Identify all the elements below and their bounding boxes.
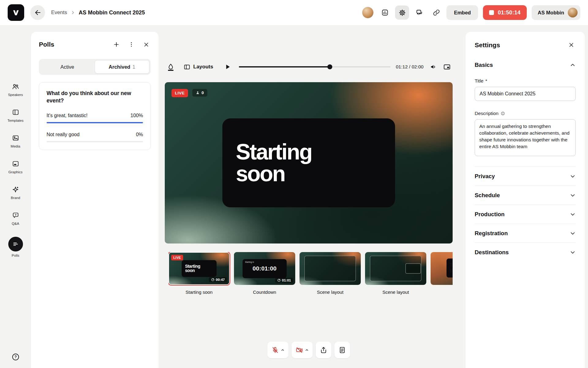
section-production[interactable]: Production (475, 205, 576, 224)
settings-panel-header: Settings (475, 40, 576, 49)
settings-sections: Privacy Schedule Production Registration… (475, 167, 576, 262)
settings-title: Settings (475, 41, 500, 49)
scene-thumbnail[interactable]: Ta sh (431, 252, 453, 285)
section-destinations[interactable]: Destinations (475, 243, 576, 262)
back-button[interactable] (30, 5, 45, 20)
tab-archived[interactable]: Archived 1 (95, 60, 150, 74)
pip-button[interactable] (441, 61, 453, 73)
scene-layout-2[interactable]: Scene layout (365, 252, 426, 304)
player-toolbar: Layouts 01:12 / 02:00 (165, 59, 453, 74)
brand-icon (12, 185, 19, 194)
scenes-strip: Starting soon LIVE 00:47 Starting soon S… (168, 252, 453, 304)
viewer-person-icon (196, 91, 200, 95)
chevron-down-icon (570, 249, 576, 255)
event-description-input[interactable]: An annual gathering to strengthen collab… (475, 119, 576, 156)
scene-thumbnail[interactable]: Starting in 00:01:00 01:01 (234, 252, 295, 285)
presence-avatar[interactable] (362, 7, 374, 18)
vimeo-v-icon (11, 8, 21, 17)
scene-mini-text: Ta (450, 263, 453, 268)
scene-starting-soon[interactable]: Starting soon LIVE 00:47 Starting soon (168, 252, 230, 304)
background-fill-button[interactable] (165, 61, 177, 73)
templates-icon (12, 108, 19, 117)
polls-icon (8, 237, 23, 251)
sidebar-item-media[interactable]: Media (0, 134, 31, 148)
section-registration[interactable]: Registration (475, 224, 576, 243)
notes-button[interactable] (334, 342, 350, 358)
layouts-button[interactable]: Layouts (182, 62, 215, 72)
settings-button[interactable] (395, 6, 409, 20)
embed-button[interactable]: Embed (447, 5, 478, 20)
account-menu-button[interactable]: AS Mobbin (532, 5, 580, 20)
chevron-up-icon (281, 348, 285, 352)
help-button[interactable]: ? (0, 353, 31, 361)
tab-active[interactable]: Active (40, 60, 95, 74)
section-label: Production (475, 211, 505, 218)
seek-handle[interactable] (327, 64, 332, 69)
media-icon (12, 134, 19, 142)
settings-close-button[interactable] (567, 40, 576, 49)
info-icon[interactable] (500, 111, 505, 116)
poll-option-percent: 0% (136, 132, 143, 137)
analytics-button[interactable] (378, 6, 392, 20)
share-link-button[interactable] (429, 6, 443, 20)
add-poll-button[interactable] (112, 40, 121, 49)
chevron-up-icon (305, 348, 309, 352)
viewer-count: 0 (202, 90, 204, 95)
rail-label: Speakers (8, 93, 23, 97)
breadcrumb-events[interactable]: Events (51, 10, 67, 16)
recording-timer-button[interactable]: 01:50:14 (483, 5, 526, 20)
sidebar-item-qa[interactable]: ? Q&A (0, 211, 31, 225)
scene-label: Countdown (234, 289, 295, 295)
chevron-down-icon (570, 211, 576, 217)
play-icon (224, 63, 232, 71)
play-button[interactable] (222, 61, 233, 73)
back-arrow-icon (34, 9, 41, 16)
scene-thumbnail[interactable] (300, 252, 361, 285)
chat-icon (416, 9, 423, 16)
seek-bar[interactable] (239, 64, 390, 69)
settings-panel: Settings Basics Title* Description An an… (466, 32, 585, 368)
section-basics[interactable]: Basics (475, 62, 576, 68)
chevron-up-icon (570, 62, 576, 68)
poll-question: What do you think about our new event? (47, 90, 135, 104)
section-privacy[interactable]: Privacy (475, 167, 576, 186)
scene-partial[interactable]: Ta sh (431, 252, 453, 304)
fill-background-icon (167, 63, 175, 71)
polls-close-button[interactable] (142, 40, 151, 49)
sidebar-item-polls[interactable]: Polls (0, 237, 31, 257)
vimeo-event-studio: Events AS Mobbin Connect 2025 Embed (0, 0, 588, 368)
rail-label: Polls (12, 254, 19, 257)
tab-archived-label: Archived (109, 64, 130, 70)
layouts-icon (183, 63, 190, 71)
rail-label: Q&A (12, 222, 19, 225)
camera-off-button[interactable] (292, 342, 313, 358)
scene-mini-text: Starting (185, 264, 217, 268)
rail-label: Media (11, 144, 20, 148)
scene-thumbnail[interactable] (365, 252, 426, 285)
analytics-icon (381, 9, 389, 16)
volume-button[interactable] (428, 61, 439, 72)
scene-duration: 01:01 (275, 278, 293, 283)
chat-button[interactable] (412, 6, 426, 20)
sidebar-item-speakers[interactable]: Speakers (0, 82, 31, 97)
scene-countdown[interactable]: Starting in 00:01:00 01:01 Countdown (234, 252, 295, 304)
layout-frame (304, 256, 356, 281)
sidebar-item-templates[interactable]: Templates (0, 108, 31, 122)
close-icon (143, 41, 149, 48)
event-title-input[interactable] (475, 87, 576, 101)
scene-thumbnail[interactable]: Starting soon LIVE 00:47 (168, 252, 230, 285)
polls-more-button[interactable] (127, 40, 136, 49)
sidebar-item-brand[interactable]: Brand (0, 185, 31, 200)
share-screen-button[interactable] (316, 342, 331, 358)
sidebar-item-graphics[interactable]: Graphics (0, 159, 31, 174)
top-bar-right: Embed 01:50:14 AS Mobbin (362, 5, 580, 20)
vimeo-logo[interactable] (8, 4, 24, 21)
mic-off-icon (271, 346, 279, 354)
scene-layout-1[interactable]: Scene layout (300, 252, 361, 304)
scene-mini-text: sh (450, 268, 453, 274)
gear-icon (398, 9, 406, 17)
poll-option-label: Not really good (47, 132, 80, 137)
section-schedule[interactable]: Schedule (475, 186, 576, 205)
microphone-muted-button[interactable] (267, 342, 288, 358)
scene-mini-card: Starting soon (182, 260, 217, 277)
